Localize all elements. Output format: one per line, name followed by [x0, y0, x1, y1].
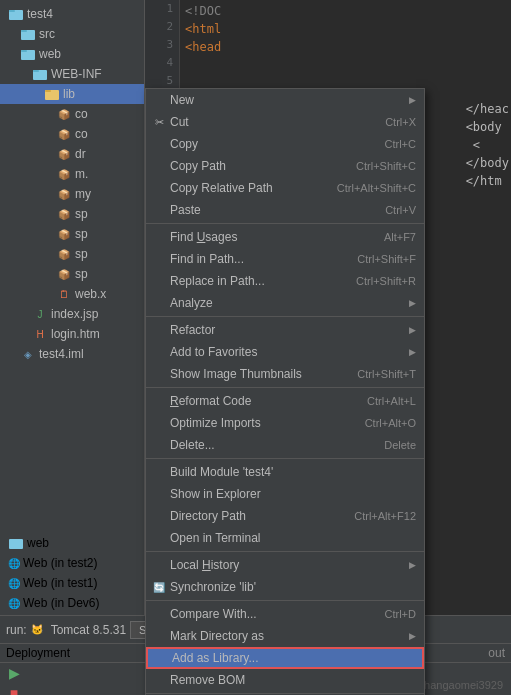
separator-5	[146, 551, 424, 552]
tree-label-co2: co	[75, 127, 88, 141]
tree-item-webinf[interactable]: WEB-INF	[0, 64, 144, 84]
web-test1-icon: 🌐	[8, 578, 20, 589]
tree-item-co2[interactable]: 📦 co	[0, 124, 144, 144]
menu-item-delete[interactable]: Delete... Delete	[146, 434, 424, 456]
tomcat-icon: 🐱	[31, 624, 43, 635]
deployment-label: Deployment	[6, 646, 70, 660]
menu-item-copy[interactable]: Copy Ctrl+C	[146, 133, 424, 155]
action-btn-stop[interactable]: ■	[6, 685, 22, 695]
tree-item-src[interactable]: src	[0, 24, 144, 44]
folder-icon-webinf	[32, 66, 48, 82]
jar-icon-m: 📦	[56, 166, 72, 182]
tree-label-my: my	[75, 187, 91, 201]
menu-label-show-thumbnails: Show Image Thumbnails	[170, 367, 302, 381]
svg-rect-5	[21, 50, 27, 52]
jar-icon-sp4: 📦	[56, 266, 72, 282]
menu-label-find-usages: Find Usages	[170, 230, 237, 244]
menu-item-new[interactable]: New	[146, 89, 424, 111]
menu-item-show-thumbnails[interactable]: Show Image Thumbnails Ctrl+Shift+T	[146, 363, 424, 385]
code-line-3: <head	[185, 38, 507, 56]
tree-item-sp3[interactable]: 📦 sp	[0, 244, 144, 264]
menu-label-delete: Delete...	[170, 438, 215, 452]
tree-item-my[interactable]: 📦 my	[0, 184, 144, 204]
separator-1	[146, 223, 424, 224]
web-dev6-icon: 🌐	[8, 598, 20, 609]
tree-item-dr[interactable]: 📦 dr	[0, 144, 144, 164]
shortcut-find-in-path: Ctrl+Shift+F	[357, 253, 416, 265]
tree-item-sp4[interactable]: 📦 sp	[0, 264, 144, 284]
menu-item-copy-path[interactable]: Copy Path Ctrl+Shift+C	[146, 155, 424, 177]
separator-4	[146, 458, 424, 459]
menu-label-synchronize: Synchronize 'lib'	[170, 580, 256, 594]
menu-label-mark-directory: Mark Directory as	[170, 629, 264, 643]
web-dev6-label: Web (in Dev6)	[23, 596, 99, 610]
menu-item-analyze[interactable]: Analyze	[146, 292, 424, 314]
context-menu: New ✂ Cut Ctrl+X Copy Ctrl+C Copy Path C…	[145, 88, 425, 695]
code-line-4	[185, 56, 507, 74]
tree-item-web[interactable]: web	[0, 44, 144, 64]
menu-item-build-module[interactable]: Build Module 'test4'	[146, 461, 424, 483]
menu-item-copy-relative-path[interactable]: Copy Relative Path Ctrl+Alt+Shift+C	[146, 177, 424, 199]
menu-item-add-favorites[interactable]: Add to Favorites	[146, 341, 424, 363]
tree-label-sp3: sp	[75, 247, 88, 261]
line-num-2: 2	[145, 18, 179, 36]
tree-item-web-root[interactable]: web	[0, 533, 145, 553]
menu-item-refactor[interactable]: Refactor	[146, 319, 424, 341]
tree-item-m[interactable]: 📦 m.	[0, 164, 144, 184]
jar-icon-my: 📦	[56, 186, 72, 202]
menu-item-replace-in-path[interactable]: Replace in Path... Ctrl+Shift+R	[146, 270, 424, 292]
tree-item-web-test1[interactable]: 🌐 Web (in test1)	[0, 573, 145, 593]
menu-label-optimize-imports: Optimize Imports	[170, 416, 261, 430]
menu-item-show-explorer[interactable]: Show in Explorer	[146, 483, 424, 505]
tree-item-test4[interactable]: test4	[0, 4, 144, 24]
tree-item-test4-iml[interactable]: ◈ test4.iml	[0, 344, 144, 364]
menu-label-copy-relative-path: Copy Relative Path	[170, 181, 273, 195]
menu-label-compare-with: Compare With...	[170, 607, 257, 621]
shortcut-dir-path: Ctrl+Alt+F12	[354, 510, 416, 522]
menu-item-reformat[interactable]: Reformat Code Ctrl+Alt+L	[146, 390, 424, 412]
shortcut-replace: Ctrl+Shift+R	[356, 275, 416, 287]
menu-item-open-terminal[interactable]: Open in Terminal	[146, 527, 424, 549]
tree-item-sp2[interactable]: 📦 sp	[0, 224, 144, 244]
menu-item-remove-bom[interactable]: Remove BOM	[146, 669, 424, 691]
separator-3	[146, 387, 424, 388]
svg-rect-3	[21, 30, 27, 32]
menu-item-directory-path[interactable]: Directory Path Ctrl+Alt+F12	[146, 505, 424, 527]
jar-icon-sp3: 📦	[56, 246, 72, 262]
menu-label-replace-in-path: Replace in Path...	[170, 274, 265, 288]
jar-icon-sp2: 📦	[56, 226, 72, 242]
menu-label-find-in-path: Find in Path...	[170, 252, 244, 266]
tree-item-web-dev6[interactable]: 🌐 Web (in Dev6)	[0, 593, 145, 613]
menu-label-show-explorer: Show in Explorer	[170, 487, 261, 501]
menu-item-mark-directory[interactable]: Mark Directory as	[146, 625, 424, 647]
menu-item-local-history[interactable]: Local History	[146, 554, 424, 576]
menu-label-cut: Cut	[170, 115, 189, 129]
line-num-3: 3	[145, 36, 179, 54]
tree-item-webx[interactable]: 🗒 web.x	[0, 284, 144, 304]
tree-item-sp1[interactable]: 📦 sp	[0, 204, 144, 224]
action-btn-run[interactable]: ▶	[6, 665, 22, 681]
folder-icon-web	[20, 46, 36, 62]
tree-item-index-jsp[interactable]: J index.jsp	[0, 304, 144, 324]
tree-item-login-html[interactable]: H login.htm	[0, 324, 144, 344]
menu-item-find-usages[interactable]: Find Usages Alt+F7	[146, 226, 424, 248]
menu-item-synchronize[interactable]: 🔄 Synchronize 'lib'	[146, 576, 424, 598]
tree-item-co1[interactable]: 📦 co	[0, 104, 144, 124]
menu-item-find-in-path[interactable]: Find in Path... Ctrl+Shift+F	[146, 248, 424, 270]
shortcut-paste: Ctrl+V	[385, 204, 416, 216]
jar-icon-co2: 📦	[56, 126, 72, 142]
line-num-1: 1	[145, 0, 179, 18]
svg-rect-7	[33, 70, 39, 72]
tree-label-sp2: sp	[75, 227, 88, 241]
tree-label-m: m.	[75, 167, 88, 181]
tree-item-lib[interactable]: lib	[0, 84, 144, 104]
menu-item-add-as-library[interactable]: Add as Library...	[146, 647, 424, 669]
menu-label-open-terminal: Open in Terminal	[170, 531, 261, 545]
iml-icon: ◈	[20, 346, 36, 362]
tree-item-web-test2[interactable]: 🌐 Web (in test2)	[0, 553, 145, 573]
menu-item-optimize-imports[interactable]: Optimize Imports Ctrl+Alt+O	[146, 412, 424, 434]
menu-item-cut[interactable]: ✂ Cut Ctrl+X	[146, 111, 424, 133]
menu-item-paste[interactable]: Paste Ctrl+V	[146, 199, 424, 221]
tree-label-co1: co	[75, 107, 88, 121]
menu-item-compare-with[interactable]: Compare With... Ctrl+D	[146, 603, 424, 625]
